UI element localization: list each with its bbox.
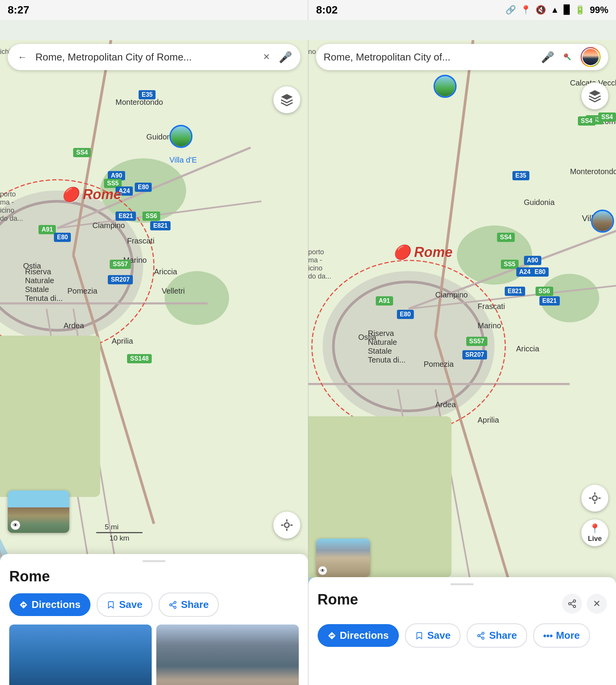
right-top-pin[interactable] — [434, 75, 457, 98]
left-locate-btn[interactable] — [273, 512, 300, 539]
left-ss6-badge: SS6 — [142, 212, 160, 221]
svg-point-58 — [564, 54, 566, 55]
right-frascati-label: Frascati — [478, 302, 505, 311]
right-a90-badge: A90 — [524, 256, 541, 265]
svg-point-20 — [174, 601, 176, 603]
left-search-wrapper: ← Rome, Metropolitan City of Rome... ✕ 🎤 — [0, 40, 308, 74]
right-status-bar: 8:02 🔗 📍 🔇 ▲ ▉ 🔋 99% — [308, 0, 616, 20]
right-ariccia-label: Ariccia — [516, 344, 539, 353]
right-ss4-top-badge: SS4 — [578, 116, 596, 126]
right-e80-badge: E80 — [532, 267, 549, 277]
left-mic-btn[interactable]: 🎤 — [279, 50, 293, 64]
svg-point-22 — [174, 606, 176, 608]
left-ss148-badge: SS148 — [127, 354, 152, 363]
left-ss4-badge: SS4 — [73, 148, 91, 157]
left-aprilia-label: Aprilia — [112, 337, 133, 346]
right-e35-badge: E35 — [512, 171, 529, 180]
signal-icon: ▉ — [564, 5, 570, 15]
left-bottom-sheet: Rome Directions Save — [0, 554, 308, 685]
right-a91-badge: A91 — [376, 296, 393, 306]
left-photo-strip — [9, 625, 299, 685]
svg-point-27 — [323, 271, 494, 422]
svg-point-40 — [593, 496, 597, 500]
status-bar-container: 8:27 8:02 🔗 📍 🔇 ▲ ▉ 🔋 99% — [0, 0, 616, 20]
right-ss6-badge: SS6 — [536, 287, 553, 296]
left-directions-btn[interactable]: Directions — [9, 593, 90, 616]
right-more-btn[interactable]: ••• More — [533, 623, 590, 648]
left-ss57-badge: SS57 — [110, 260, 131, 269]
right-close-btn[interactable]: ✕ — [587, 594, 607, 614]
svg-line-54 — [480, 633, 482, 635]
right-e80-2-badge: E80 — [397, 310, 414, 319]
left-ariccia-label: Ariccia — [154, 267, 177, 276]
left-e821-2-badge: E821 — [150, 221, 171, 230]
right-ss5-badge: SS5 — [501, 260, 519, 269]
left-share-btn[interactable]: Share — [159, 593, 219, 617]
svg-point-52 — [482, 637, 484, 639]
left-layer-btn[interactable] — [273, 86, 300, 113]
right-avatar[interactable] — [581, 47, 601, 67]
right-marino-label: Marino — [478, 321, 501, 330]
right-sheet-actions: Directions Save Share ••• — [318, 623, 607, 648]
right-thumbnail-icon: 👁 — [318, 566, 327, 575]
live-icon: 📍 — [589, 523, 601, 534]
thumbnail-street-icon: 👁 — [11, 520, 20, 530]
right-sheet-handle — [450, 583, 474, 585]
right-lens-btn[interactable] — [561, 50, 574, 64]
left-photo-2[interactable] — [156, 625, 299, 685]
left-sheet-actions: Directions Save Share — [9, 593, 299, 617]
left-save-btn[interactable]: Save — [97, 593, 152, 617]
right-guidonia-pin[interactable] — [591, 210, 614, 233]
left-search-text: Rome, Metropolitan City of Rome... — [35, 51, 254, 63]
right-map-panel[interactable]: 🔴 Rome Calcata Vecchia Fiano Romano Mont… — [308, 40, 616, 685]
right-save-btn[interactable]: Save — [405, 623, 461, 648]
svg-point-21 — [170, 604, 172, 606]
right-porto-label: portoma -icinodo da... — [308, 248, 331, 280]
right-rome-label: 🔴 Rome — [393, 244, 453, 260]
right-guidonia-label: Guidonia — [524, 198, 555, 207]
right-mic-btn[interactable]: 🎤 — [541, 50, 554, 64]
left-sheet-title: Rome — [9, 568, 299, 585]
left-ardea-label: Ardea — [64, 321, 84, 330]
wifi-icon: ▲ — [551, 5, 559, 15]
left-location-pin[interactable] — [169, 125, 192, 148]
right-pomezia-label: Pomezia — [424, 360, 454, 369]
location-icon: 📍 — [521, 5, 531, 15]
right-ss4-badge: SS4 — [497, 233, 515, 242]
right-ardea-label: Ardea — [435, 400, 456, 409]
left-time: 8:27 — [8, 4, 29, 16]
left-thumbnail[interactable]: 👁 — [8, 490, 69, 533]
right-riserva-label: RiservaNaturaleStataleTenuta di... — [368, 329, 406, 364]
left-velletri-label: Velletri — [162, 287, 185, 295]
right-thumbnail[interactable]: 👁 — [316, 539, 370, 577]
muted-icon: 🔇 — [536, 5, 546, 15]
left-search-bar[interactable]: ← Rome, Metropolitan City of Rome... ✕ 🎤 — [8, 44, 300, 70]
left-clear-btn[interactable]: ✕ — [260, 51, 273, 63]
left-riserva-label: RiservaNaturaleStataleTenuta di... — [25, 267, 63, 303]
right-share-icon-btn[interactable] — [562, 594, 582, 614]
right-e821-badge: E821 — [505, 287, 525, 296]
left-back-btn[interactable]: ← — [15, 50, 29, 64]
right-search-bar[interactable]: Rome, Metropolitan City of... 🎤 — [316, 44, 609, 70]
svg-line-24 — [172, 603, 174, 604]
right-layer-btn[interactable] — [581, 82, 608, 109]
left-scale: 5 mi 10 km — [96, 523, 142, 542]
left-a91-badge: A91 — [38, 225, 56, 234]
right-live-btn[interactable]: 📍 Live — [581, 519, 608, 546]
right-e821-2-badge: E821 — [539, 296, 560, 306]
left-map-panel[interactable]: 🔴 Rome Guidonia Fiano Romano Monterotond… — [0, 40, 308, 685]
left-e35-badge: E35 — [139, 90, 156, 99]
left-sheet-handle — [142, 560, 166, 562]
right-locate-btn[interactable] — [581, 485, 608, 512]
svg-point-51 — [478, 635, 480, 637]
live-label: Live — [588, 535, 602, 543]
svg-point-47 — [573, 605, 576, 608]
left-frascati-label: Frascati — [127, 237, 154, 245]
left-photo-1[interactable] — [9, 625, 152, 685]
svg-point-50 — [482, 632, 484, 634]
right-sr207-badge: SR207 — [462, 350, 487, 359]
right-share-btn[interactable]: Share — [467, 623, 527, 648]
right-sheet-title-actions: ✕ — [562, 594, 607, 614]
link-icon: 🔗 — [506, 5, 516, 15]
right-directions-btn[interactable]: Directions — [318, 624, 399, 647]
